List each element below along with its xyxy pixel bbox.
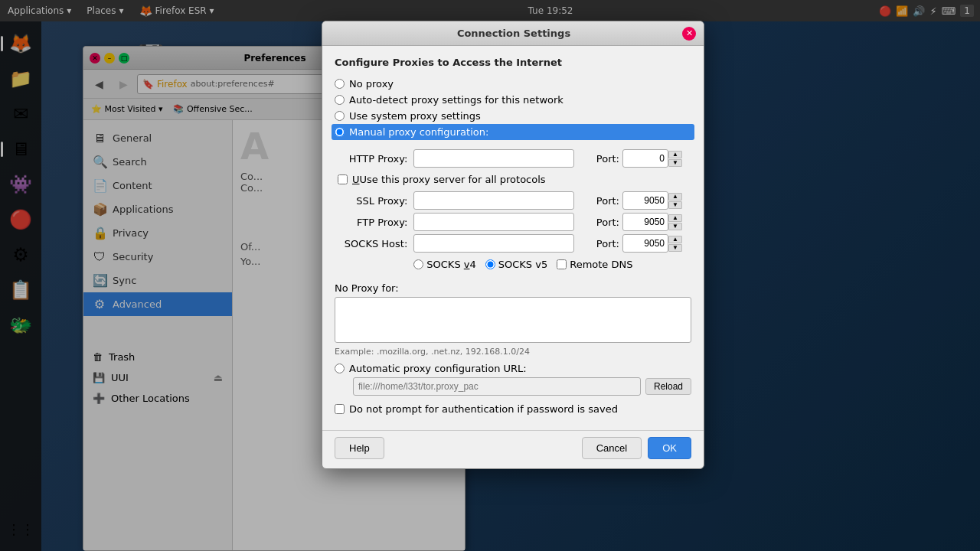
ssl-proxy-label: SSL Proxy: xyxy=(338,191,410,210)
remote-dns-option[interactable]: Remote DNS xyxy=(557,259,632,270)
manual-proxy-label: Manual proxy configuration: xyxy=(349,126,488,138)
ssl-proxy-input[interactable] xyxy=(413,191,574,210)
ssl-port-label: Port: xyxy=(594,191,619,210)
use-for-all-label: UUse this proxy server for all protocols xyxy=(352,174,546,185)
socks-v4-option[interactable]: SOCKS v4 xyxy=(413,259,475,270)
socks-port-input[interactable] xyxy=(622,234,668,253)
no-proxy-label: No proxy xyxy=(349,78,394,90)
ftp-port-input[interactable] xyxy=(622,213,668,231)
http-proxy-input[interactable] xyxy=(413,149,574,168)
manual-proxy-radio[interactable] xyxy=(335,127,345,137)
auto-detect-label: Auto-detect proxy settings for this netw… xyxy=(349,94,564,106)
proxy-table: HTTP Proxy: Port: ▲ ▼ xyxy=(335,146,691,276)
no-proxy-textarea[interactable] xyxy=(335,297,691,343)
no-proxy-option[interactable]: No proxy xyxy=(335,76,691,92)
ssl-port-input[interactable] xyxy=(622,191,668,210)
http-port-up[interactable]: ▲ xyxy=(668,151,682,158)
socks-host-input[interactable] xyxy=(413,234,574,253)
socks-v4-radio[interactable] xyxy=(413,259,423,269)
http-proxy-label: HTTP Proxy: xyxy=(338,149,410,168)
socks-host-label: SOCKS Host: xyxy=(338,234,410,253)
dialog-footer-right: Cancel OK xyxy=(582,437,691,459)
use-for-all-row: UUse this proxy server for all protocols xyxy=(338,171,688,188)
system-proxy-label: Use system proxy settings xyxy=(349,110,481,122)
connection-settings-dialog: Connection Settings ✕ Configure Proxies … xyxy=(322,21,704,469)
no-prompt-checkbox[interactable] xyxy=(335,404,345,414)
no-proxy-radio[interactable] xyxy=(335,79,345,89)
no-proxy-for-label: No Proxy for: xyxy=(335,282,691,294)
socks-port-spinner: ▲ ▼ xyxy=(668,236,682,252)
auto-proxy-row: Automatic proxy configuration URL: xyxy=(335,363,691,374)
ftp-proxy-input[interactable] xyxy=(413,213,574,231)
example-text: Example: .mozilla.org, .net.nz, 192.168.… xyxy=(335,347,691,357)
http-port-down[interactable]: ▼ xyxy=(668,159,682,167)
pac-url-input[interactable] xyxy=(353,377,641,396)
no-prompt-label: Do not prompt for authentication if pass… xyxy=(349,403,618,415)
dialog-overlay: Connection Settings ✕ Configure Proxies … xyxy=(0,0,980,551)
dialog-close-button[interactable]: ✕ xyxy=(682,27,696,41)
auto-detect-option[interactable]: Auto-detect proxy settings for this netw… xyxy=(335,92,691,108)
ftp-port-label: Port: xyxy=(594,213,619,231)
reload-button[interactable]: Reload xyxy=(645,378,691,395)
http-port-spinner: ▲ ▼ xyxy=(668,151,682,167)
manual-proxy-option[interactable]: Manual proxy configuration: xyxy=(332,124,694,140)
no-prompt-row: Do not prompt for authentication if pass… xyxy=(335,399,691,419)
socks-v5-radio[interactable] xyxy=(485,259,495,269)
socks-port-down[interactable]: ▼ xyxy=(668,244,682,252)
dialog-section-title: Configure Proxies to Access the Internet xyxy=(335,57,691,68)
socks-v5-option[interactable]: SOCKS v5 xyxy=(485,259,547,270)
dialog-titlebar: Connection Settings ✕ xyxy=(322,21,704,46)
auto-detect-radio[interactable] xyxy=(335,95,345,105)
ssl-port-spinner: ▲ ▼ xyxy=(668,193,682,209)
remote-dns-label: Remote DNS xyxy=(570,259,632,270)
http-port-label: Port: xyxy=(594,149,619,168)
dialog-footer: Help Cancel OK xyxy=(322,430,704,468)
ftp-port-up[interactable]: ▲ xyxy=(668,214,682,222)
auto-proxy-label: Automatic proxy configuration URL: xyxy=(349,363,527,374)
ok-button[interactable]: OK xyxy=(648,437,691,459)
desktop: Applications ▾ Places ▾ 🦊 Firefox ESR ▾ … xyxy=(0,0,980,551)
ssl-port-down[interactable]: ▼ xyxy=(668,201,682,209)
cancel-button[interactable]: Cancel xyxy=(582,437,642,459)
dialog-title: Connection Settings xyxy=(457,28,570,39)
socks-version-row: SOCKS v4 SOCKS v5 Remote DNS xyxy=(413,256,688,273)
ssl-port-up[interactable]: ▲ xyxy=(668,193,682,201)
system-proxy-radio[interactable] xyxy=(335,111,345,121)
auto-proxy-radio[interactable] xyxy=(335,364,345,373)
use-for-all-checkbox[interactable] xyxy=(338,174,348,184)
remote-dns-checkbox[interactable] xyxy=(557,259,567,269)
ftp-port-spinner: ▲ ▼ xyxy=(668,214,682,230)
dialog-body: Configure Proxies to Access the Internet… xyxy=(322,46,704,430)
socks-port-up[interactable]: ▲ xyxy=(668,236,682,243)
http-port-input[interactable] xyxy=(622,149,668,168)
no-proxy-section: No Proxy for: Example: .mozilla.org, .ne… xyxy=(335,282,691,357)
pac-url-row: Reload xyxy=(353,377,691,396)
socks-port-label: Port: xyxy=(594,234,619,253)
help-button[interactable]: Help xyxy=(335,437,384,459)
ftp-proxy-label: FTP Proxy: xyxy=(338,213,410,231)
ftp-port-down[interactable]: ▼ xyxy=(668,223,682,230)
system-proxy-option[interactable]: Use system proxy settings xyxy=(335,108,691,124)
